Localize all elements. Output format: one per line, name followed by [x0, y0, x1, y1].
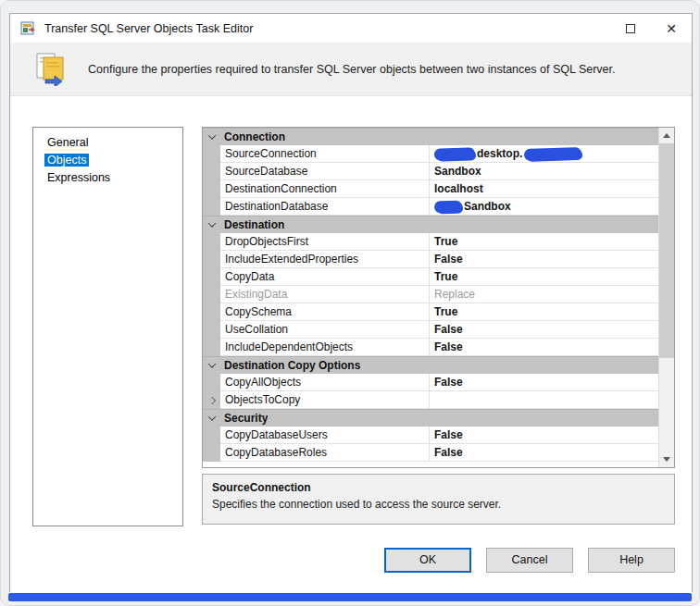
category-row[interactable]: Destination	[203, 216, 658, 233]
property-row[interactable]: UseCollationFalse	[203, 321, 658, 339]
close-icon: ✕	[666, 22, 677, 35]
property-value[interactable]: False	[430, 427, 658, 444]
row-indent	[203, 444, 220, 462]
property-value-text: Replace	[434, 286, 475, 303]
row-indent	[203, 180, 220, 198]
scroll-down-button[interactable]	[659, 451, 674, 467]
property-value[interactable]: False	[430, 321, 658, 339]
category-row[interactable]: Destination Copy Options	[203, 356, 658, 374]
category-row[interactable]: Security	[203, 409, 658, 427]
property-grid: ConnectionSourceConnectiondesktop.Source…	[203, 128, 658, 467]
property-name[interactable]: DropObjectsFirst	[220, 233, 430, 251]
property-name[interactable]: DestinationConnection	[220, 180, 430, 198]
property-name[interactable]: SourceConnection	[220, 145, 430, 163]
property-value[interactable]: True	[430, 268, 658, 286]
property-name[interactable]: CopyDatabaseUsers	[220, 427, 430, 444]
sidebar-item-general[interactable]: General	[33, 134, 182, 152]
property-name[interactable]: CopyDatabaseRoles	[220, 444, 430, 462]
property-name[interactable]: UseCollation	[220, 321, 430, 339]
chevron-right-icon	[207, 396, 215, 403]
property-value[interactable]: False	[430, 374, 658, 391]
property-row[interactable]: IncludeExtendedPropertiesFalse	[203, 251, 658, 268]
property-name[interactable]: SourceDatabase	[220, 163, 430, 180]
maximize-button[interactable]	[610, 14, 651, 43]
scrollbar-track[interactable]	[659, 358, 674, 451]
row-indent	[203, 233, 220, 251]
transfer-task-icon	[34, 49, 69, 90]
vertical-scrollbar[interactable]	[658, 128, 674, 467]
property-row[interactable]: DropObjectsFirstTrue	[203, 233, 658, 251]
property-row[interactable]: CopyDatabaseUsersFalse	[203, 427, 658, 444]
scroll-down-icon	[663, 457, 670, 462]
property-value[interactable]: Sandbox	[430, 198, 658, 216]
property-name[interactable]: IncludeExtendedProperties	[220, 251, 430, 268]
category-collapse-chevron[interactable]	[203, 357, 220, 374]
sidebar-item-label[interactable]: Expressions	[44, 171, 113, 184]
property-name[interactable]: CopySchema	[220, 303, 430, 321]
property-row[interactable]: CopyDataTrue	[203, 268, 658, 286]
property-value[interactable]: Sandbox	[430, 163, 658, 180]
scroll-up-button[interactable]	[659, 128, 674, 143]
chevron-down-icon	[207, 360, 215, 367]
property-row[interactable]: DestinationDatabaseSandbox	[203, 198, 658, 216]
property-row[interactable]: SourceConnectiondesktop.	[203, 145, 658, 163]
help-button[interactable]: Help	[588, 548, 675, 573]
ok-button[interactable]: OK	[384, 548, 471, 573]
category-collapse-chevron[interactable]	[203, 216, 220, 233]
property-value[interactable]: localhost	[430, 180, 658, 198]
chevron-down-icon	[207, 219, 215, 227]
property-row[interactable]: CopySchemaTrue	[203, 303, 658, 321]
window-controls: ✕	[610, 14, 692, 43]
sidebar-item-objects[interactable]: Objects	[33, 152, 182, 169]
property-row[interactable]: DestinationConnectionlocalhost	[203, 180, 658, 198]
category-row[interactable]: Connection	[203, 128, 658, 145]
close-button[interactable]: ✕	[651, 14, 692, 43]
property-name[interactable]: DestinationDatabase	[220, 198, 430, 216]
property-value[interactable]: False	[430, 339, 658, 356]
property-name[interactable]: IncludeDependentObjects	[220, 339, 430, 356]
sidebar-item-label[interactable]: Objects	[44, 154, 89, 167]
property-value-text: False	[434, 251, 463, 267]
screen-background: Transfer SQL Server Objects Task Editor …	[0, 0, 700, 606]
property-name[interactable]: CopyAllObjects	[220, 374, 430, 391]
sidebar-item-label[interactable]: General	[44, 136, 91, 149]
property-value-text: False	[434, 339, 463, 355]
category-title: Connection	[220, 129, 285, 145]
main-area: GeneralObjectsExpressions ConnectionSour…	[10, 96, 692, 526]
property-description-text: Specifies the connection used to access …	[212, 498, 665, 511]
property-name[interactable]: ExistingData	[220, 286, 430, 303]
row-indent	[203, 268, 220, 286]
scrollbar-thumb[interactable]	[659, 143, 674, 358]
property-description-panel: SourceConnection Specifies the connectio…	[202, 474, 675, 525]
property-value[interactable]	[430, 391, 658, 409]
dialog-header: Configure the properties required to tra…	[10, 43, 692, 96]
window-title: Transfer SQL Server Objects Task Editor	[44, 22, 253, 35]
property-value[interactable]: False	[430, 444, 658, 462]
property-grid-container: ConnectionSourceConnectiondesktop.Source…	[202, 127, 675, 468]
category-title: Destination	[220, 216, 284, 233]
property-row[interactable]: ExistingDataReplace	[203, 286, 658, 303]
property-value[interactable]: True	[430, 303, 658, 321]
sidebar-item-expressions[interactable]: Expressions	[33, 169, 182, 187]
property-row[interactable]: CopyAllObjectsFalse	[203, 374, 658, 391]
property-row[interactable]: CopyDatabaseRolesFalse	[203, 444, 658, 462]
property-row[interactable]: IncludeDependentObjectsFalse	[203, 339, 658, 356]
dialog-description: Configure the properties required to tra…	[88, 63, 616, 76]
category-collapse-chevron[interactable]	[203, 129, 220, 145]
property-value[interactable]: Replace	[430, 286, 658, 303]
row-indent	[203, 321, 220, 339]
dialog-window: Transfer SQL Server Objects Task Editor …	[9, 13, 693, 592]
property-value[interactable]: desktop.	[430, 145, 658, 163]
property-name[interactable]: CopyData	[220, 268, 430, 286]
row-indent	[203, 303, 220, 321]
category-collapse-chevron[interactable]	[203, 410, 220, 427]
property-value[interactable]: True	[430, 233, 658, 251]
property-row[interactable]: ObjectsToCopy	[203, 391, 658, 409]
cancel-button[interactable]: Cancel	[486, 548, 573, 573]
property-value[interactable]: False	[430, 251, 658, 268]
property-row[interactable]: SourceDatabaseSandbox	[203, 163, 658, 180]
property-description-title: SourceConnection	[212, 481, 665, 494]
property-name[interactable]: ObjectsToCopy	[220, 391, 430, 409]
row-indent	[203, 427, 220, 444]
property-value-text: False	[434, 374, 463, 390]
